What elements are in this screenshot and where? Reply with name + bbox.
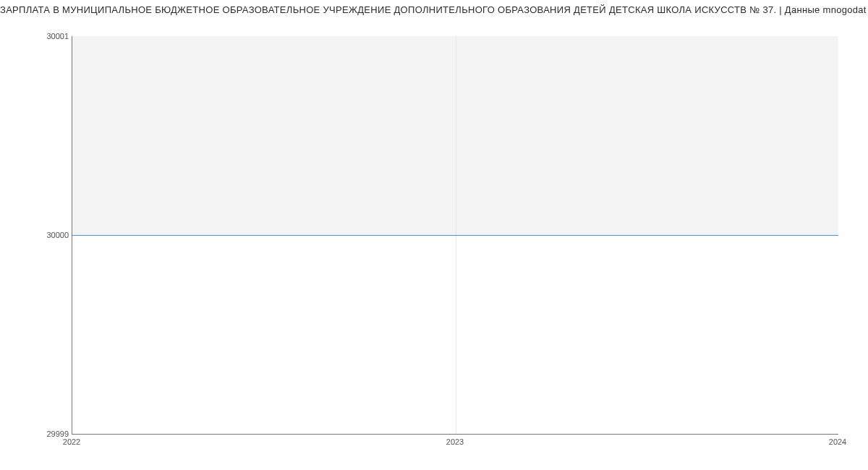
line-chart: ЗАРПЛАТА В МУНИЦИПАЛЬНОЕ БЮДЖЕТНОЕ ОБРАЗ… — [0, 0, 868, 470]
y-tick-30001: 30001 — [4, 32, 69, 40]
x-tick-2023: 2023 — [446, 437, 464, 446]
x-tick-2022: 2022 — [63, 437, 80, 446]
y-tick-30000: 30000 — [4, 231, 69, 239]
chart-title: ЗАРПЛАТА В МУНИЦИПАЛЬНОЕ БЮДЖЕТНОЕ ОБРАЗ… — [0, 4, 868, 15]
x-tick-2024: 2024 — [829, 437, 846, 446]
series-line — [72, 235, 838, 236]
plot-area — [72, 36, 838, 435]
y-tick-29999: 29999 — [4, 430, 69, 438]
